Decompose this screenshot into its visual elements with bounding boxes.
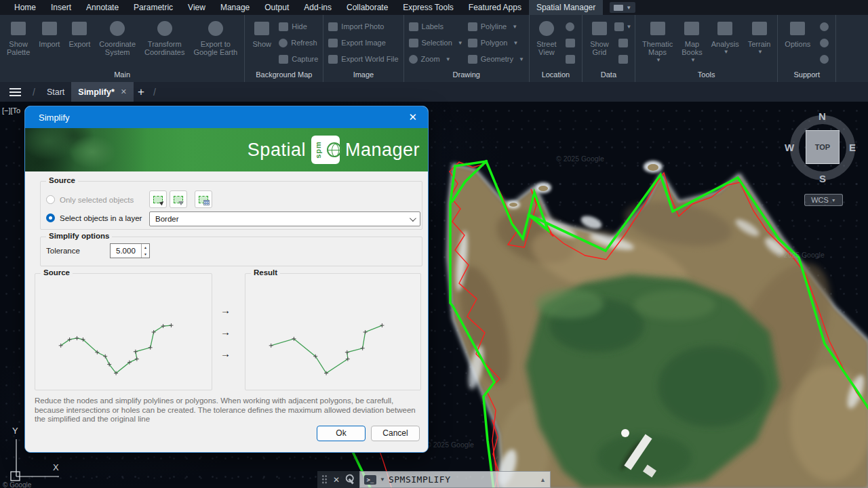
tab-start[interactable]: Start [40,82,71,102]
ribbon-group-background-map: ShowHideRefreshCaptureBackground Map [245,15,323,82]
ok-button[interactable]: Ok [317,426,366,441]
tolerance-spinner[interactable]: 5.000 ▲ ▼ [110,243,150,258]
spin-up-icon[interactable]: ▲ [142,244,149,251]
info-icon [820,55,829,64]
tab-simplify[interactable]: Simplify* ✕ [71,82,134,102]
tolerance-value[interactable]: 5.000 [111,244,141,258]
menu-bar: HomeInsertAnnotateParametricViewManageOu… [0,0,868,15]
ribbon-button-export-image[interactable]: Export Image [327,35,399,51]
spin-down-icon[interactable]: ▼ [142,251,149,258]
simplify-options-groupbox: Simplify options Tolerance 5.000 ▲ ▼ [40,237,422,266]
close-icon[interactable]: ✕ [333,476,340,484]
ribbon-button-export-world-file[interactable]: Export World File [327,51,399,67]
table-objects-button[interactable] [195,190,212,208]
ribbon-button-coordinate-system[interactable]: Coordinate System [96,17,139,69]
ribbon-button-analysis[interactable]: Analysis▼ [708,17,743,69]
menu-item-express-tools[interactable]: Express Tools [395,0,460,15]
chevron-down-icon: ▼ [724,48,729,56]
ribbon-button-data-point[interactable] [615,51,631,67]
ribbon-button-geometry[interactable]: Geometry▼ [467,51,526,67]
expand-icon[interactable]: ▲ [540,476,546,483]
menu-item-spatial-manager[interactable]: Spatial Manager [529,0,603,15]
viewcube-west[interactable]: W [785,142,794,153]
viewport-controls-label[interactable]: [−][To [2,106,20,115]
dialog-close-icon[interactable]: ✕ [408,111,417,123]
ribbon-button-selection[interactable]: Selection▼ [408,35,465,51]
source-groupbox: Source Only selected objects [40,181,422,230]
ribbon-button-street-view[interactable]: Street View [533,17,560,69]
menu-item-home[interactable]: Home [7,0,43,15]
ribbon-button-map-books[interactable]: Map Books▼ [678,17,706,69]
ribbon-button-hide[interactable]: Hide [277,18,319,35]
tab-close-icon[interactable]: ✕ [121,87,127,96]
menu-item-collaborate[interactable]: Collaborate [339,0,395,15]
ribbon-button-binoculars[interactable] [562,35,578,51]
menu-item-insert[interactable]: Insert [43,0,79,15]
pick-objects-button[interactable] [149,190,167,208]
ribbon-button-capture[interactable]: Capture [277,51,319,67]
menu-item-manage[interactable]: Manage [213,0,257,15]
ribbon-collapse-button[interactable]: ▼ [610,2,635,13]
command-history-icon[interactable]: ▼ [380,476,385,483]
command-bar-handle[interactable]: ✕ [317,471,359,488]
viewcube-top-face[interactable]: TOP [806,130,840,164]
chevron-down-icon: ▼ [626,5,631,11]
table-icon [199,196,208,203]
map-pin-icon [566,22,574,31]
ribbon-button-update[interactable] [816,35,832,51]
command-text[interactable]: SPMSIMPLIFY [389,474,451,485]
cancel-button[interactable]: Cancel [371,426,420,441]
ribbon-button-import[interactable]: Import [35,17,63,69]
ribbon-group-label: Support [778,69,835,82]
viewcube-east[interactable]: E [849,142,856,153]
menu-item-output[interactable]: Output [257,0,296,15]
dialog-description: Reduce the nodes and simplify polylines … [35,396,416,424]
map-icon [252,19,272,38]
ribbon-button-polyline[interactable]: Polyline▼ [467,18,526,35]
radio-select-layer[interactable]: Select objects in a layer [46,214,142,222]
ribbon-button-help[interactable] [816,18,832,35]
hamburger-menu-icon[interactable] [9,88,21,96]
ribbon-button-show-grid[interactable]: Show Grid [586,17,613,69]
ribbon-button-map-pin[interactable] [562,18,578,35]
ribbon-button-export-to-google-earth[interactable]: Export to Google Earth [190,17,241,69]
wrench-icon[interactable] [343,472,357,487]
dialog-title-bar[interactable]: Simplify ✕ [25,106,428,128]
filter-objects-button[interactable] [170,190,187,208]
ribbon-button-refresh[interactable]: Refresh [277,35,319,51]
viewcube-south[interactable]: S [819,173,826,184]
menu-item-view[interactable]: View [180,0,213,15]
viewcube-north[interactable]: N [818,110,826,122]
ribbon-button-thematic-maps[interactable]: Thematic Maps▼ [639,17,676,69]
ribbon-button-show[interactable]: Show [248,17,275,69]
ribbon-button-options[interactable]: Options [781,17,814,69]
ribbon-button-polygon[interactable]: Polygon▼ [467,35,526,51]
ribbon-button-calculator[interactable] [615,35,631,51]
y-axis-label: Y [12,426,18,436]
ribbon-button-route[interactable] [562,51,578,67]
menu-item-annotate[interactable]: Annotate [79,0,126,15]
select-rect-icon [153,196,163,203]
ribbon-group-support: OptionsSupport [778,15,836,82]
x-axis-label: X [53,462,59,472]
wcs-dropdown[interactable]: WCS▼ [804,194,843,206]
drag-grip-icon[interactable] [321,474,328,485]
ribbon-button-terrain[interactable]: Terrain▼ [745,17,774,69]
new-tab-button[interactable]: + [138,85,144,99]
ribbon-button-export[interactable]: Export [65,17,94,69]
menu-item-featured-apps[interactable]: Featured Apps [461,0,529,15]
ribbon-button-show-palette[interactable]: Show Palette [3,17,33,69]
ribbon-button-pencil[interactable]: ▼ [615,18,631,35]
ribbon-button-labels[interactable]: Labels [408,18,465,35]
ribbon-button-transform-coordinates[interactable]: Transform Coordinates [141,17,188,69]
menu-item-add-ins[interactable]: Add-ins [296,0,339,15]
command-input[interactable]: >_ ▼ SPMSIMPLIFY ▲ [359,471,551,488]
spm-logo: spm [311,136,340,164]
ribbon-button-info[interactable] [816,51,832,67]
ribbon-button-import-photo[interactable]: Import Photo [327,18,399,35]
menu-item-parametric[interactable]: Parametric [126,0,180,15]
label-tag-icon [409,22,418,31]
layer-dropdown[interactable]: Border [149,211,420,226]
chevron-down-icon: ▼ [512,24,517,30]
ribbon-button-zoom[interactable]: Zoom▼ [408,51,465,67]
